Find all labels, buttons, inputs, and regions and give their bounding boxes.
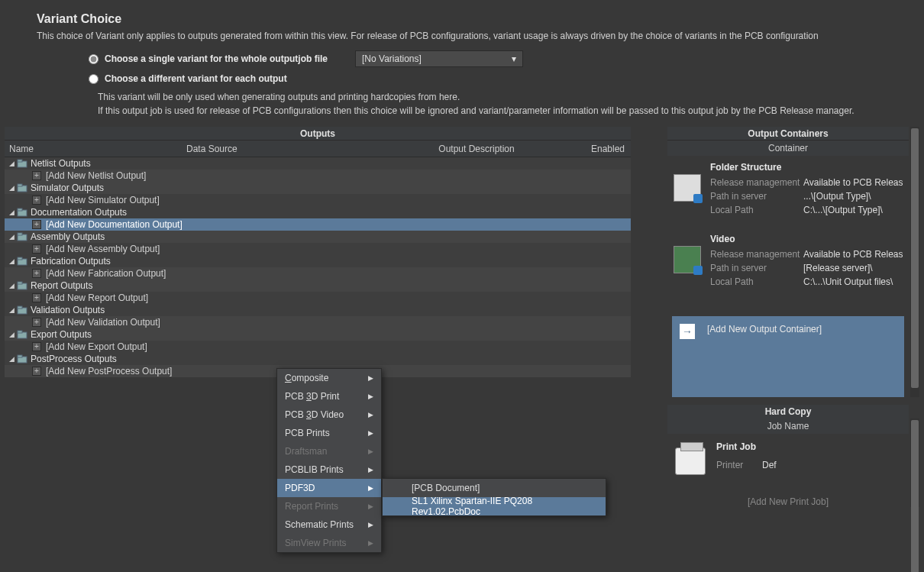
chevron-down-icon: ▾	[512, 53, 516, 64]
add-output-container[interactable]: → [Add New Output Container]	[672, 316, 904, 397]
context-menu-item[interactable]: Schematic Prints ▶	[277, 515, 381, 534]
container-block[interactable]: VideoRelease managementAvailable to PCB …	[667, 234, 909, 290]
context-menu-item[interactable]: PCB 3D Print ▶	[277, 387, 381, 406]
menu-label: Draftsman	[285, 446, 327, 457]
containers-header: Output Containers	[667, 127, 909, 141]
output-group[interactable]: ◢ Netlist Outputs	[5, 157, 631, 170]
variant-note-1: This variant will be only used when gene…	[98, 90, 893, 104]
output-group[interactable]: ◢ Documentation Outputs	[5, 206, 631, 218]
container-prop-label: Local Path	[710, 205, 803, 215]
printer-label: Printer	[716, 460, 762, 470]
group-label: Validation Outputs	[31, 305, 105, 315]
scrollbar[interactable]	[910, 127, 919, 397]
col-name[interactable]: Name	[5, 144, 186, 154]
folder-icon	[17, 281, 27, 290]
hardcopy-col[interactable]: Job Name	[667, 418, 909, 434]
add-label: [Add New Export Output]	[46, 341, 147, 352]
expand-icon: ◢	[9, 306, 17, 314]
plus-icon: +	[32, 244, 41, 254]
folder-icon	[17, 354, 27, 364]
output-group[interactable]: ◢ Export Outputs	[5, 328, 631, 341]
container-prop-label: Path in server	[710, 191, 803, 202]
container-title: Folder Structure	[710, 162, 909, 173]
svg-rect-1	[18, 160, 22, 162]
sub-menu-item[interactable]: SL1 Xilinx Spartan-IIE PQ208 Rev1.02.Pcb…	[383, 497, 606, 515]
print-job-title: Print Job	[716, 441, 901, 452]
scrollbar-hardcopy[interactable]	[910, 418, 919, 507]
folder-icon	[17, 330, 27, 339]
printer-icon	[675, 448, 706, 475]
group-label: PostProcess Outputs	[31, 354, 117, 364]
outputs-header: Outputs	[5, 127, 631, 141]
expand-icon: ◢	[9, 282, 17, 289]
container-prop-value: C:\...\[Output Type]\	[803, 205, 883, 215]
menu-label: PDF3D	[285, 483, 315, 493]
add-output-row[interactable]: + [Add New Assembly Output]	[5, 243, 631, 255]
output-group[interactable]: ◢ Assembly Outputs	[5, 231, 631, 243]
menu-label: SimView Prints	[285, 538, 346, 548]
context-menu-item: Report Prints ▶	[277, 497, 381, 515]
output-group[interactable]: ◢ Fabrication Outputs	[5, 255, 631, 267]
radio-single-variant[interactable]	[89, 54, 99, 64]
submenu-arrow-icon: ▶	[368, 503, 373, 510]
sub-menu-item[interactable]: [PCB Document]	[404, 479, 606, 497]
plus-icon: +	[32, 342, 41, 351]
group-label: Report Outputs	[31, 280, 92, 291]
add-output-row[interactable]: + [Add New Fabrication Output]	[5, 267, 631, 280]
add-output-row[interactable]: + [Add New Documentation Output]	[5, 218, 631, 231]
svg-rect-17	[18, 355, 22, 357]
group-label: Fabrication Outputs	[31, 256, 111, 267]
expand-icon: ◢	[9, 184, 17, 192]
context-menu-item: Draftsman ▶	[277, 442, 381, 461]
variant-note-2: If this output job is used for release o…	[98, 104, 893, 118]
add-label: [Add New Report Output]	[46, 292, 148, 303]
folder-icon	[17, 305, 27, 315]
variant-description: This choice of Variant only applies to o…	[37, 31, 893, 41]
output-group[interactable]: ◢ PostProcess Outputs	[5, 353, 631, 365]
context-menu-item[interactable]: PCB 3D Video ▶	[277, 406, 381, 424]
col-enabled[interactable]: Enabled	[561, 144, 631, 154]
menu-label: Schematic Prints	[285, 519, 354, 530]
output-group[interactable]: ◢ Simulator Outputs	[5, 182, 631, 194]
folder-icon	[17, 183, 27, 192]
submenu-arrow-icon: ▶	[368, 484, 373, 492]
context-menu-item[interactable]: PDF3D ▶	[277, 479, 381, 497]
svg-rect-15	[18, 331, 22, 333]
menu-label: PCB Prints	[285, 428, 330, 438]
add-output-row[interactable]: + [Add New Simulator Output]	[5, 194, 631, 206]
col-data-source[interactable]: Data Source	[186, 144, 393, 154]
add-print-job[interactable]: [Add New Print Job]	[667, 483, 909, 507]
menu-label: Report Prints	[285, 501, 338, 512]
menu-label: PCB 3D Video	[285, 409, 344, 420]
menu-label: PCB 3D Print	[285, 391, 339, 402]
add-output-row[interactable]: + [Add New Report Output]	[5, 292, 631, 304]
add-output-row[interactable]: + [Add New Validation Output]	[5, 316, 631, 328]
output-group[interactable]: ◢ Validation Outputs	[5, 304, 631, 316]
radio-each-variant-label: Choose a different variant for each outp…	[105, 73, 287, 84]
context-menu-item[interactable]: Composite ▶	[277, 369, 381, 387]
svg-rect-13	[18, 306, 22, 309]
container-block[interactable]: Folder StructureRelease managementAvaila…	[667, 162, 909, 218]
group-label: Assembly Outputs	[31, 231, 105, 242]
radio-each-variant[interactable]	[89, 74, 99, 84]
plus-icon: →	[680, 324, 695, 339]
folder-icon	[17, 159, 27, 168]
add-output-row[interactable]: + [Add New Netlist Output]	[5, 170, 631, 182]
variant-title: Variant Choice	[37, 12, 893, 26]
col-description[interactable]: Output Description	[393, 144, 561, 154]
container-prop-value: Available to PCB Releas	[803, 249, 903, 260]
variant-dropdown[interactable]: [No Variations] ▾	[355, 50, 523, 67]
output-group[interactable]: ◢ Report Outputs	[5, 280, 631, 292]
add-output-row[interactable]: + [Add New Export Output]	[5, 341, 631, 353]
containers-col[interactable]: Container	[667, 141, 909, 156]
submenu-arrow-icon: ▶	[368, 521, 373, 528]
expand-icon: ◢	[9, 208, 17, 216]
plus-icon: +	[32, 196, 41, 205]
container-prop-value: C:\...\Unit Output files\	[803, 276, 893, 287]
context-menu-item[interactable]: PCB Prints ▶	[277, 424, 381, 442]
container-prop-value: ...\[Output Type]\	[803, 191, 871, 202]
menu-label: PCBLIB Prints	[285, 464, 344, 475]
hardcopy-header: Hard Copy	[667, 405, 909, 418]
context-menu-item[interactable]: PCBLIB Prints ▶	[277, 461, 381, 479]
add-label: [Add New Assembly Output]	[46, 244, 160, 254]
